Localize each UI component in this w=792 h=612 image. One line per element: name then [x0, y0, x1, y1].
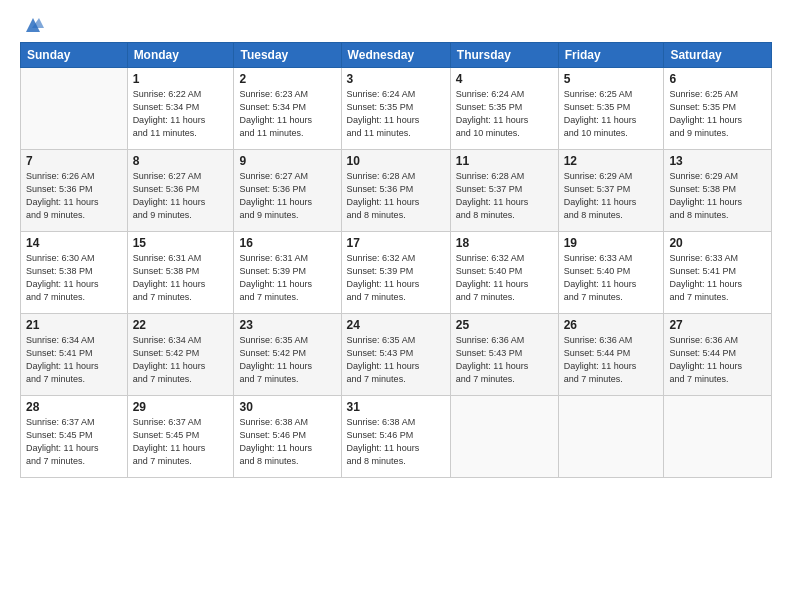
calendar-day-cell	[664, 396, 772, 478]
day-number: 13	[669, 154, 766, 168]
calendar-table: SundayMondayTuesdayWednesdayThursdayFrid…	[20, 42, 772, 478]
day-info: Sunrise: 6:34 AM Sunset: 5:41 PM Dayligh…	[26, 334, 122, 386]
calendar-day-cell: 25Sunrise: 6:36 AM Sunset: 5:43 PM Dayli…	[450, 314, 558, 396]
day-info: Sunrise: 6:38 AM Sunset: 5:46 PM Dayligh…	[347, 416, 445, 468]
day-info: Sunrise: 6:26 AM Sunset: 5:36 PM Dayligh…	[26, 170, 122, 222]
day-number: 25	[456, 318, 553, 332]
calendar-week-row: 1Sunrise: 6:22 AM Sunset: 5:34 PM Daylig…	[21, 68, 772, 150]
calendar-day-cell: 20Sunrise: 6:33 AM Sunset: 5:41 PM Dayli…	[664, 232, 772, 314]
day-info: Sunrise: 6:22 AM Sunset: 5:34 PM Dayligh…	[133, 88, 229, 140]
calendar-day-cell: 15Sunrise: 6:31 AM Sunset: 5:38 PM Dayli…	[127, 232, 234, 314]
calendar-day-cell: 28Sunrise: 6:37 AM Sunset: 5:45 PM Dayli…	[21, 396, 128, 478]
page: SundayMondayTuesdayWednesdayThursdayFrid…	[0, 0, 792, 612]
calendar-week-row: 21Sunrise: 6:34 AM Sunset: 5:41 PM Dayli…	[21, 314, 772, 396]
calendar-day-cell: 8Sunrise: 6:27 AM Sunset: 5:36 PM Daylig…	[127, 150, 234, 232]
day-number: 16	[239, 236, 335, 250]
day-number: 30	[239, 400, 335, 414]
calendar-day-cell: 16Sunrise: 6:31 AM Sunset: 5:39 PM Dayli…	[234, 232, 341, 314]
weekday-header: Sunday	[21, 43, 128, 68]
day-number: 7	[26, 154, 122, 168]
day-info: Sunrise: 6:24 AM Sunset: 5:35 PM Dayligh…	[456, 88, 553, 140]
calendar-day-cell: 10Sunrise: 6:28 AM Sunset: 5:36 PM Dayli…	[341, 150, 450, 232]
day-number: 24	[347, 318, 445, 332]
calendar-day-cell: 12Sunrise: 6:29 AM Sunset: 5:37 PM Dayli…	[558, 150, 664, 232]
calendar-week-row: 28Sunrise: 6:37 AM Sunset: 5:45 PM Dayli…	[21, 396, 772, 478]
day-number: 15	[133, 236, 229, 250]
day-info: Sunrise: 6:29 AM Sunset: 5:37 PM Dayligh…	[564, 170, 659, 222]
day-info: Sunrise: 6:36 AM Sunset: 5:43 PM Dayligh…	[456, 334, 553, 386]
day-info: Sunrise: 6:28 AM Sunset: 5:37 PM Dayligh…	[456, 170, 553, 222]
day-number: 8	[133, 154, 229, 168]
day-info: Sunrise: 6:36 AM Sunset: 5:44 PM Dayligh…	[564, 334, 659, 386]
weekday-header: Tuesday	[234, 43, 341, 68]
weekday-header: Friday	[558, 43, 664, 68]
weekday-header: Thursday	[450, 43, 558, 68]
day-number: 27	[669, 318, 766, 332]
day-info: Sunrise: 6:28 AM Sunset: 5:36 PM Dayligh…	[347, 170, 445, 222]
day-info: Sunrise: 6:32 AM Sunset: 5:40 PM Dayligh…	[456, 252, 553, 304]
calendar-day-cell: 14Sunrise: 6:30 AM Sunset: 5:38 PM Dayli…	[21, 232, 128, 314]
day-number: 26	[564, 318, 659, 332]
header-row: SundayMondayTuesdayWednesdayThursdayFrid…	[21, 43, 772, 68]
day-info: Sunrise: 6:30 AM Sunset: 5:38 PM Dayligh…	[26, 252, 122, 304]
day-info: Sunrise: 6:25 AM Sunset: 5:35 PM Dayligh…	[564, 88, 659, 140]
day-number: 9	[239, 154, 335, 168]
day-number: 28	[26, 400, 122, 414]
calendar-day-cell: 31Sunrise: 6:38 AM Sunset: 5:46 PM Dayli…	[341, 396, 450, 478]
calendar-day-cell: 11Sunrise: 6:28 AM Sunset: 5:37 PM Dayli…	[450, 150, 558, 232]
day-info: Sunrise: 6:38 AM Sunset: 5:46 PM Dayligh…	[239, 416, 335, 468]
logo	[20, 18, 44, 32]
calendar-day-cell: 30Sunrise: 6:38 AM Sunset: 5:46 PM Dayli…	[234, 396, 341, 478]
day-number: 20	[669, 236, 766, 250]
calendar-day-cell: 1Sunrise: 6:22 AM Sunset: 5:34 PM Daylig…	[127, 68, 234, 150]
day-number: 29	[133, 400, 229, 414]
day-info: Sunrise: 6:33 AM Sunset: 5:40 PM Dayligh…	[564, 252, 659, 304]
day-info: Sunrise: 6:37 AM Sunset: 5:45 PM Dayligh…	[26, 416, 122, 468]
calendar-day-cell: 24Sunrise: 6:35 AM Sunset: 5:43 PM Dayli…	[341, 314, 450, 396]
calendar-day-cell: 5Sunrise: 6:25 AM Sunset: 5:35 PM Daylig…	[558, 68, 664, 150]
calendar-day-cell: 22Sunrise: 6:34 AM Sunset: 5:42 PM Dayli…	[127, 314, 234, 396]
day-info: Sunrise: 6:27 AM Sunset: 5:36 PM Dayligh…	[133, 170, 229, 222]
day-info: Sunrise: 6:35 AM Sunset: 5:43 PM Dayligh…	[347, 334, 445, 386]
day-number: 14	[26, 236, 122, 250]
day-info: Sunrise: 6:31 AM Sunset: 5:38 PM Dayligh…	[133, 252, 229, 304]
calendar-day-cell: 4Sunrise: 6:24 AM Sunset: 5:35 PM Daylig…	[450, 68, 558, 150]
day-number: 17	[347, 236, 445, 250]
calendar-day-cell: 17Sunrise: 6:32 AM Sunset: 5:39 PM Dayli…	[341, 232, 450, 314]
header	[20, 18, 772, 32]
day-number: 12	[564, 154, 659, 168]
day-number: 6	[669, 72, 766, 86]
day-info: Sunrise: 6:32 AM Sunset: 5:39 PM Dayligh…	[347, 252, 445, 304]
day-number: 1	[133, 72, 229, 86]
day-number: 22	[133, 318, 229, 332]
day-info: Sunrise: 6:29 AM Sunset: 5:38 PM Dayligh…	[669, 170, 766, 222]
day-number: 5	[564, 72, 659, 86]
day-number: 31	[347, 400, 445, 414]
calendar-day-cell: 26Sunrise: 6:36 AM Sunset: 5:44 PM Dayli…	[558, 314, 664, 396]
calendar-week-row: 14Sunrise: 6:30 AM Sunset: 5:38 PM Dayli…	[21, 232, 772, 314]
day-info: Sunrise: 6:34 AM Sunset: 5:42 PM Dayligh…	[133, 334, 229, 386]
calendar-day-cell: 2Sunrise: 6:23 AM Sunset: 5:34 PM Daylig…	[234, 68, 341, 150]
day-info: Sunrise: 6:25 AM Sunset: 5:35 PM Dayligh…	[669, 88, 766, 140]
day-info: Sunrise: 6:23 AM Sunset: 5:34 PM Dayligh…	[239, 88, 335, 140]
calendar-day-cell	[21, 68, 128, 150]
calendar-week-row: 7Sunrise: 6:26 AM Sunset: 5:36 PM Daylig…	[21, 150, 772, 232]
day-info: Sunrise: 6:31 AM Sunset: 5:39 PM Dayligh…	[239, 252, 335, 304]
day-number: 3	[347, 72, 445, 86]
weekday-header: Monday	[127, 43, 234, 68]
day-info: Sunrise: 6:36 AM Sunset: 5:44 PM Dayligh…	[669, 334, 766, 386]
calendar-day-cell: 23Sunrise: 6:35 AM Sunset: 5:42 PM Dayli…	[234, 314, 341, 396]
calendar-day-cell: 27Sunrise: 6:36 AM Sunset: 5:44 PM Dayli…	[664, 314, 772, 396]
day-number: 10	[347, 154, 445, 168]
day-number: 11	[456, 154, 553, 168]
day-info: Sunrise: 6:35 AM Sunset: 5:42 PM Dayligh…	[239, 334, 335, 386]
day-info: Sunrise: 6:24 AM Sunset: 5:35 PM Dayligh…	[347, 88, 445, 140]
logo-icon	[22, 14, 44, 36]
day-info: Sunrise: 6:27 AM Sunset: 5:36 PM Dayligh…	[239, 170, 335, 222]
calendar-day-cell: 6Sunrise: 6:25 AM Sunset: 5:35 PM Daylig…	[664, 68, 772, 150]
calendar-day-cell: 19Sunrise: 6:33 AM Sunset: 5:40 PM Dayli…	[558, 232, 664, 314]
day-number: 21	[26, 318, 122, 332]
weekday-header: Saturday	[664, 43, 772, 68]
calendar-day-cell: 21Sunrise: 6:34 AM Sunset: 5:41 PM Dayli…	[21, 314, 128, 396]
day-number: 23	[239, 318, 335, 332]
